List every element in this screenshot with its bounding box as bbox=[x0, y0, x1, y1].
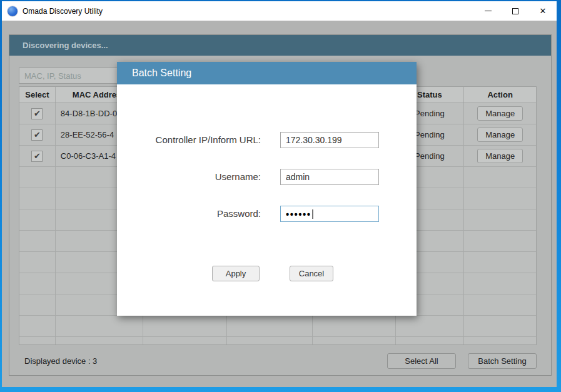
apply-button[interactable]: Apply bbox=[212, 266, 260, 281]
panel-header: Discovering devices... bbox=[9, 35, 551, 56]
checkmark-icon: ✔ bbox=[34, 109, 41, 118]
text-cursor bbox=[312, 209, 313, 219]
password-field[interactable]: •••••• bbox=[280, 206, 379, 222]
col-header-action: Action bbox=[464, 87, 536, 103]
dialog-title: Batch Setting bbox=[132, 68, 191, 79]
controller-url-label: Controller IP/Inform URL: bbox=[117, 132, 261, 148]
manage-button[interactable]: Manage bbox=[477, 128, 523, 142]
dialog-header: Batch Setting bbox=[117, 62, 417, 84]
batch-setting-dialog: Batch Setting Controller IP/Inform URL: … bbox=[117, 62, 417, 316]
empty-row bbox=[19, 337, 536, 345]
manage-button[interactable]: Manage bbox=[477, 149, 523, 163]
col-header-select: Select bbox=[19, 87, 56, 103]
panel-title: Discovering devices... bbox=[23, 41, 108, 50]
cancel-button[interactable]: Cancel bbox=[290, 266, 333, 281]
username-label: Username: bbox=[117, 169, 261, 185]
app-window: Omada Discovery Utility ✕ Discovering de… bbox=[0, 0, 561, 392]
window-title: Omada Discovery Utility bbox=[23, 7, 103, 16]
batch-setting-button[interactable]: Batch Setting bbox=[468, 353, 537, 369]
username-field[interactable]: admin bbox=[280, 169, 379, 185]
close-icon: ✕ bbox=[540, 6, 547, 16]
row-checkbox[interactable]: ✔ bbox=[31, 151, 43, 162]
window-controls: ✕ bbox=[474, 1, 557, 21]
select-all-button[interactable]: Select All bbox=[387, 353, 456, 369]
password-label: Password: bbox=[117, 206, 261, 222]
checkmark-icon: ✔ bbox=[34, 130, 41, 139]
app-logo-icon bbox=[8, 6, 18, 16]
maximize-button[interactable] bbox=[502, 1, 529, 21]
username-value: admin bbox=[286, 172, 310, 182]
empty-row bbox=[19, 316, 536, 337]
maximize-icon bbox=[512, 8, 518, 14]
displayed-device-count: Displayed device : 3 bbox=[24, 353, 97, 369]
controller-url-value: 172.30.30.199 bbox=[286, 135, 342, 145]
row-checkbox[interactable]: ✔ bbox=[31, 129, 43, 141]
dialog-body: Controller IP/Inform URL: 172.30.30.199 … bbox=[117, 84, 417, 316]
close-button[interactable]: ✕ bbox=[529, 1, 557, 21]
minimize-button[interactable] bbox=[474, 1, 502, 21]
minimize-icon bbox=[485, 11, 492, 11]
manage-button[interactable]: Manage bbox=[477, 106, 523, 121]
controller-url-field[interactable]: 172.30.30.199 bbox=[280, 132, 379, 148]
row-checkbox[interactable]: ✔ bbox=[31, 108, 43, 119]
title-bar[interactable]: Omada Discovery Utility ✕ bbox=[2, 1, 557, 21]
password-value: •••••• bbox=[286, 209, 311, 219]
checkmark-icon: ✔ bbox=[34, 151, 41, 161]
